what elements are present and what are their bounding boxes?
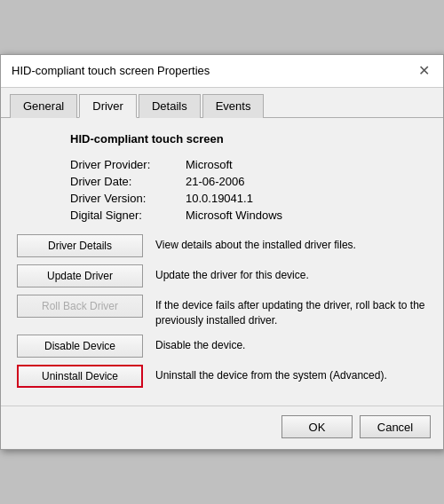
value-provider: Microsoft — [186, 158, 233, 171]
tab-details[interactable]: Details — [139, 94, 201, 118]
dialog-footer: OK Cancel — [1, 406, 443, 449]
info-row-date: Driver Date: 21-06-2006 — [70, 175, 427, 188]
info-row-provider: Driver Provider: Microsoft — [70, 158, 427, 171]
value-version: 10.0.19041.1 — [186, 192, 253, 205]
title-bar: HID-compliant touch screen Properties ✕ — [1, 55, 443, 88]
driver-details-button[interactable]: Driver Details — [17, 234, 143, 257]
update-driver-description: Update the driver for this device. — [155, 264, 309, 283]
disable-device-button[interactable]: Disable Device — [17, 335, 143, 358]
driver-details-description: View details about the installed driver … — [155, 234, 356, 253]
cancel-button[interactable]: Cancel — [360, 415, 431, 438]
tab-general[interactable]: General — [10, 94, 77, 118]
tab-driver[interactable]: Driver — [79, 94, 137, 118]
label-provider: Driver Provider: — [70, 158, 186, 171]
value-date: 21-06-2006 — [186, 175, 245, 188]
roll-back-driver-button[interactable]: Roll Back Driver — [17, 295, 143, 318]
tab-events[interactable]: Events — [202, 94, 265, 118]
info-row-signer: Digital Signer: Microsoft Windows — [70, 209, 427, 222]
disable-device-row: Disable Device Disable the device. — [17, 335, 427, 358]
update-driver-button[interactable]: Update Driver — [17, 264, 143, 287]
uninstall-device-button[interactable]: Uninstall Device — [17, 365, 143, 388]
tab-bar: General Driver Details Events — [1, 88, 443, 118]
driver-info: Driver Provider: Microsoft Driver Date: … — [70, 158, 427, 222]
roll-back-driver-description: If the device fails after updating the d… — [155, 295, 427, 328]
tab-content: HID-compliant touch screen Driver Provid… — [1, 118, 443, 406]
uninstall-device-row: Uninstall Device Uninstall the device fr… — [17, 365, 427, 388]
action-buttons: Driver Details View details about the in… — [17, 234, 427, 389]
device-name: HID-compliant touch screen — [70, 132, 427, 146]
info-row-version: Driver Version: 10.0.19041.1 — [70, 192, 427, 205]
label-signer: Digital Signer: — [70, 209, 186, 222]
uninstall-device-description: Uninstall the device from the system (Ad… — [155, 365, 387, 383]
ok-button[interactable]: OK — [281, 415, 353, 438]
roll-back-driver-row: Roll Back Driver If the device fails aft… — [17, 295, 427, 328]
window-title: HID-compliant touch screen Properties — [12, 64, 210, 77]
label-version: Driver Version: — [70, 192, 186, 205]
value-signer: Microsoft Windows — [186, 209, 282, 222]
driver-details-row: Driver Details View details about the in… — [17, 234, 427, 257]
close-button[interactable]: ✕ — [415, 62, 432, 80]
disable-device-description: Disable the device. — [155, 335, 245, 353]
properties-window: HID-compliant touch screen Properties ✕ … — [0, 54, 444, 451]
label-date: Driver Date: — [70, 175, 186, 188]
update-driver-row: Update Driver Update the driver for this… — [17, 264, 427, 287]
